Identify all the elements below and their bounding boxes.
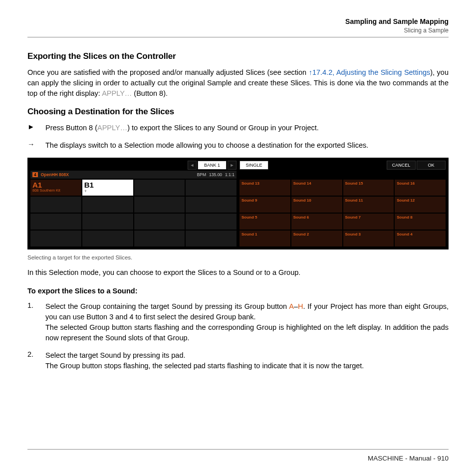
bank-next-button[interactable]: ► — [228, 161, 237, 170]
sound-pad[interactable]: Sound 7 — [343, 214, 394, 230]
empty-pad[interactable] — [134, 214, 185, 230]
empty-pad[interactable] — [134, 180, 185, 196]
info-bar: 4 OpenHH 808X BPM 135.00 1:1:1 — [30, 171, 237, 179]
cancel-button[interactable]: CANCEL — [387, 161, 416, 170]
add-icon: + — [84, 189, 131, 194]
button-ref-h: H — [298, 302, 303, 310]
position-value: 1:1:1 — [225, 172, 235, 177]
text: Once you are satisfied with the proposed… — [27, 68, 309, 76]
empty-pad[interactable] — [186, 180, 237, 196]
group-badge: 4 — [32, 172, 38, 177]
sound-pad[interactable]: Sound 11 — [343, 197, 394, 213]
empty-pad[interactable] — [30, 231, 81, 246]
empty-pad[interactable] — [82, 197, 133, 213]
step-number: 1. — [27, 301, 37, 343]
empty-pad[interactable] — [82, 214, 133, 230]
group-pad-a1[interactable]: A1 808 Southern Kit — [30, 180, 81, 196]
text: The Group button stops flashing, the sel… — [45, 362, 364, 370]
text: (Button 8). — [132, 89, 168, 97]
sound-pad[interactable]: Sound 6 — [291, 214, 342, 230]
apply-label: APPLY… — [97, 124, 127, 132]
sound-pad[interactable]: Sound 12 — [395, 197, 446, 213]
header-rule — [27, 37, 449, 37]
bank-label-button[interactable]: BANK 1 — [198, 161, 227, 170]
export-subtitle: To export the Slices to a Sound: — [27, 286, 449, 296]
sound-pad[interactable]: Sound 10 — [291, 197, 342, 213]
empty-pad[interactable] — [82, 231, 133, 246]
empty-pad[interactable] — [30, 197, 81, 213]
result-arrow: → The displays switch to a Selection mod… — [27, 140, 449, 151]
group-id: B1 — [84, 181, 131, 189]
bullet-marker: ► — [27, 123, 37, 133]
sound-pad[interactable]: Sound 1 — [239, 231, 290, 246]
text: Press Button 8 ( — [45, 124, 97, 132]
left-display: ◄ BANK 1 ► 4 OpenHH 808X BPM 135.00 1:1:… — [30, 161, 237, 246]
cross-ref-link[interactable]: ↑17.4.2, Adjusting the Slicing Settings — [309, 68, 431, 76]
ok-button[interactable]: OK — [417, 161, 446, 170]
empty-pad[interactable] — [186, 231, 237, 246]
sound-pad[interactable]: Sound 13 — [239, 180, 290, 196]
single-button[interactable]: SINGLE — [239, 161, 268, 170]
bpm-label: BPM — [197, 172, 206, 177]
text: The selected Group button starts flashin… — [45, 323, 449, 342]
empty-pad[interactable] — [186, 214, 237, 230]
step-number: 2. — [27, 350, 37, 371]
sound-pad[interactable]: Sound 14 — [291, 180, 342, 196]
sound-pad[interactable]: Sound 15 — [343, 180, 394, 196]
sample-name: OpenHH 808X — [41, 172, 69, 177]
text: Select the Group containing the target S… — [45, 302, 289, 310]
sound-pad[interactable]: Sound 4 — [395, 231, 446, 246]
section-title-destination: Choosing a Destination for the Slices — [27, 107, 449, 117]
empty-pad[interactable] — [30, 214, 81, 230]
group-pad-b1[interactable]: B1 + — [82, 180, 133, 196]
step-2: 2. Select the target Sound by pressing i… — [27, 350, 449, 371]
sound-pad[interactable]: Sound 9 — [239, 197, 290, 213]
right-display: SINGLE CANCEL OK Sound 13Sound 14Sound 1… — [239, 161, 446, 246]
text: The displays switch to a Selection mode … — [45, 140, 449, 151]
group-id: A1 — [32, 181, 79, 189]
empty-pad[interactable] — [134, 197, 185, 213]
footer-text: MASCHINE - Manual - 910 — [368, 455, 449, 462]
button-ref-a: A — [289, 302, 294, 310]
text: – — [294, 302, 298, 310]
sound-pad[interactable]: Sound 16 — [395, 180, 446, 196]
page-header-title: Sampling and Sample Mapping — [27, 17, 449, 25]
text: Select the target Sound by pressing its … — [45, 351, 186, 359]
sound-pad[interactable]: Sound 5 — [239, 214, 290, 230]
group-name: 808 Southern Kit — [32, 189, 79, 193]
apply-label: APPLY… — [102, 89, 132, 97]
controller-screenshot: ◄ BANK 1 ► 4 OpenHH 808X BPM 135.00 1:1:… — [27, 158, 449, 249]
bpm-value: 135.00 — [209, 172, 222, 177]
bank-prev-button[interactable]: ◄ — [188, 161, 197, 170]
empty-pad[interactable] — [186, 197, 237, 213]
sound-pad[interactable]: Sound 8 — [395, 214, 446, 230]
figure-caption: Selecting a target for the exported Slic… — [27, 254, 449, 260]
step-1: 1. Select the Group containing the targe… — [27, 301, 449, 343]
arrow-marker: → — [27, 140, 37, 151]
page-header-subtitle: Slicing a Sample — [27, 27, 449, 34]
sound-pad[interactable]: Sound 2 — [291, 231, 342, 246]
paragraph-intro: Once you are satisfied with the proposed… — [27, 67, 449, 99]
section-title-exporting: Exporting the Slices on the Controller — [27, 51, 449, 61]
text: ) to export the Slices to any Sound or G… — [127, 124, 319, 132]
sound-pad[interactable]: Sound 3 — [343, 231, 394, 246]
paragraph-selection-mode: In this Selection mode, you can choose t… — [27, 267, 449, 278]
action-bullet: ► Press Button 8 (APPLY…) to export the … — [27, 123, 449, 133]
empty-pad[interactable] — [134, 231, 185, 246]
footer-rule — [27, 449, 449, 450]
